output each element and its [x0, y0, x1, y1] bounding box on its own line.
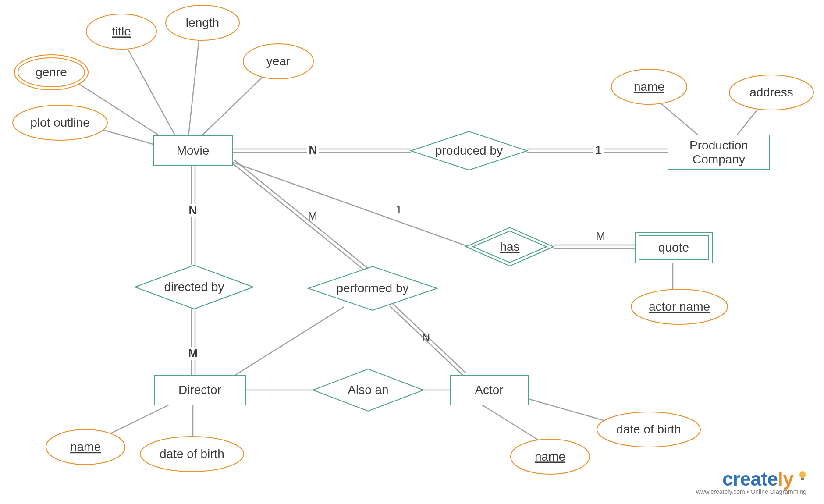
- attribute-prodco-address[interactable]: address: [729, 75, 813, 110]
- attribute-movie-plot-outline[interactable]: plot outline: [13, 105, 107, 140]
- conn-prodco-name: [658, 101, 699, 136]
- attribute-prodco-address-label: address: [749, 85, 793, 99]
- attribute-director-name-label: name: [70, 440, 101, 454]
- attribute-quote-actor-name[interactable]: actor name: [631, 289, 728, 324]
- attribute-movie-year-label: year: [266, 54, 290, 68]
- relationship-directed-by-label: directed by: [164, 280, 224, 294]
- attribute-prodco-name[interactable]: name: [611, 69, 687, 104]
- entity-production-company[interactable]: Production Company: [668, 135, 770, 169]
- svg-point-29: [799, 471, 806, 478]
- cardinality-has-1: 1: [396, 203, 402, 216]
- watermark-tagline: www.creately.com • Online Diagramming: [696, 488, 806, 495]
- entity-prodco-label2: Company: [693, 153, 745, 166]
- attribute-quote-actor-name-label: actor name: [649, 300, 710, 313]
- relationship-has[interactable]: has: [466, 227, 554, 266]
- conn-actor-name: [482, 405, 539, 440]
- relationship-also-an[interactable]: Also an: [313, 369, 423, 411]
- attribute-movie-length-label: length: [186, 16, 219, 29]
- attribute-movie-genre[interactable]: genre: [14, 55, 88, 90]
- attribute-actor-name[interactable]: name: [511, 439, 590, 474]
- conn-movie-has: [232, 162, 469, 247]
- watermark-brand-prefix: create: [722, 468, 778, 490]
- entity-actor-label: Actor: [475, 383, 503, 397]
- watermark-brand-suffix: ly: [778, 468, 794, 490]
- relationship-also-an-label: Also an: [348, 383, 388, 397]
- attribute-actor-dob[interactable]: date of birth: [597, 412, 700, 447]
- entity-actor[interactable]: Actor: [450, 375, 528, 405]
- cardinality-producedby-1: 1: [595, 143, 601, 156]
- conn-movie-performed-b: [234, 160, 372, 271]
- entity-movie[interactable]: Movie: [153, 136, 232, 166]
- attribute-movie-genre-label: genre: [36, 65, 67, 79]
- relationship-directed-by[interactable]: directed by: [135, 265, 253, 309]
- entity-quote[interactable]: quote: [636, 232, 712, 263]
- relationship-performed-by-label: performed by: [337, 281, 409, 295]
- watermark: creately www.creately.com • Online Diagr…: [696, 468, 806, 495]
- attribute-movie-title[interactable]: title: [86, 14, 156, 49]
- cardinality-producedby-n: N: [309, 143, 317, 156]
- bulb-icon: [799, 471, 806, 483]
- watermark-brand: creately: [696, 468, 806, 490]
- attribute-movie-length[interactable]: length: [166, 5, 239, 40]
- attribute-movie-title-label: title: [112, 25, 131, 38]
- attribute-movie-year[interactable]: year: [243, 44, 313, 79]
- entity-movie-label: Movie: [177, 144, 210, 157]
- relationship-produced-by-label: produced by: [435, 144, 503, 157]
- cardinality-has-m: M: [596, 229, 605, 242]
- svg-rect-30: [801, 478, 804, 480]
- entity-prodco-label1: Production: [689, 138, 748, 152]
- cardinality-performedby-n: N: [422, 331, 430, 344]
- entity-director-label: Director: [178, 383, 221, 397]
- conn-title-movie: [125, 44, 175, 136]
- attribute-director-dob-label: date of birth: [160, 447, 224, 461]
- conn-length-movie: [188, 35, 199, 136]
- relationship-performed-by[interactable]: performed by: [308, 266, 437, 310]
- attribute-director-dob[interactable]: date of birth: [140, 437, 244, 472]
- relationship-produced-by[interactable]: produced by: [411, 131, 527, 170]
- attribute-actor-name-label: name: [535, 450, 565, 463]
- attribute-actor-dob-label: date of birth: [616, 422, 681, 436]
- attribute-prodco-name-label: name: [634, 80, 664, 93]
- cardinality-performedby-m: M: [308, 209, 317, 222]
- entity-director[interactable]: Director: [154, 375, 245, 405]
- conn-performed-director: [232, 307, 344, 377]
- conn-director-name: [105, 405, 169, 436]
- conn-year-movie: [202, 70, 270, 136]
- attribute-director-name[interactable]: name: [46, 429, 125, 465]
- attribute-movie-plot-outline-label: plot outline: [30, 116, 89, 129]
- cardinality-directedby-n: N: [189, 204, 197, 217]
- entity-quote-label: quote: [658, 241, 689, 254]
- relationship-has-label: has: [500, 240, 519, 253]
- conn-movie-performed-a: [231, 162, 369, 274]
- cardinality-directedby-m: M: [188, 347, 198, 360]
